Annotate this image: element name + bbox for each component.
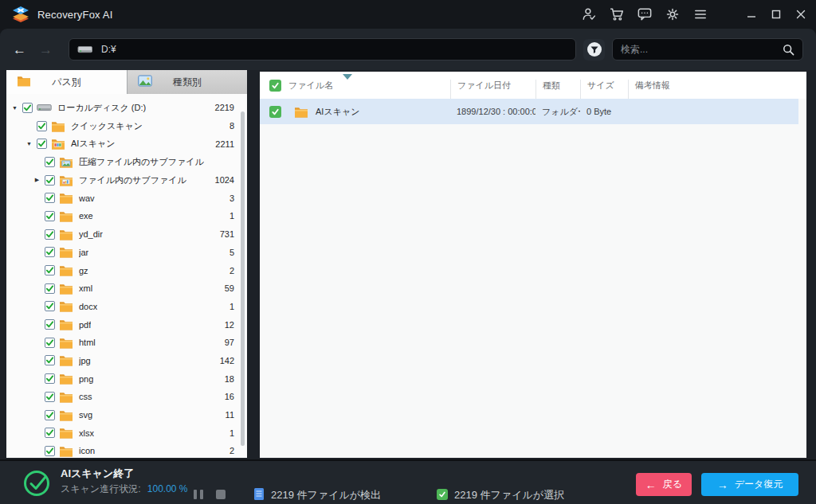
tree-row[interactable]: xlsx 1 bbox=[6, 424, 247, 442]
recover-button-label: データ復元 bbox=[735, 478, 783, 491]
tree-item-count: 142 bbox=[220, 356, 234, 365]
back-arrow-icon[interactable]: ← bbox=[13, 43, 26, 57]
tree-checkbox[interactable] bbox=[45, 319, 55, 330]
tab-by-path[interactable]: パス別 bbox=[6, 70, 127, 94]
tree-item-count: 2 bbox=[230, 266, 234, 275]
tree-checkbox[interactable] bbox=[45, 247, 55, 257]
title-bar: RecoveryFox AI bbox=[0, 0, 816, 29]
tree-checkbox[interactable] bbox=[45, 355, 55, 365]
column-header-note[interactable]: 備考情報 bbox=[628, 80, 806, 99]
tree-expander-icon[interactable]: ▼ bbox=[24, 141, 34, 147]
app-logo-icon bbox=[11, 5, 30, 24]
pause-icon[interactable] bbox=[194, 490, 203, 499]
column-header-size[interactable]: サイズ bbox=[580, 80, 628, 99]
search-input[interactable] bbox=[621, 44, 783, 55]
cart-icon[interactable] bbox=[610, 7, 624, 21]
tab-by-type[interactable]: 種類別 bbox=[127, 70, 247, 94]
tree-checkbox[interactable] bbox=[37, 139, 47, 149]
filter-button[interactable] bbox=[583, 39, 605, 61]
tree-expander-icon[interactable]: ▼ bbox=[10, 105, 20, 111]
recover-button-arrow-icon: → bbox=[717, 479, 728, 490]
close-icon[interactable] bbox=[795, 9, 806, 20]
tree-checkbox[interactable] bbox=[45, 229, 55, 240]
tree-checkbox[interactable] bbox=[45, 410, 55, 420]
table-row[interactable]: AIスキャン 1899/12/30 : 00:00:00 フォルダー 0 Byt… bbox=[260, 99, 798, 124]
tree-folder-icon bbox=[59, 391, 73, 403]
tree-checkbox[interactable] bbox=[45, 373, 55, 384]
chat-icon[interactable] bbox=[638, 7, 652, 21]
tree-item-label: html bbox=[79, 338, 96, 347]
path-field[interactable]: D:¥ bbox=[69, 38, 576, 61]
tree-row[interactable]: クイックスキャン 8 bbox=[6, 117, 247, 135]
detected-files-icon bbox=[253, 487, 265, 501]
tree-row[interactable]: yd_dir 731 bbox=[6, 225, 247, 244]
tree-folder-icon bbox=[59, 337, 73, 349]
column-header-filename[interactable]: ファイル名 bbox=[260, 80, 450, 99]
tree-row[interactable]: icon 2 bbox=[6, 442, 247, 458]
sidebar-tabs: パス別 種類別 bbox=[6, 70, 247, 94]
tree-row[interactable]: xml 59 bbox=[6, 279, 247, 298]
tree-row[interactable]: ▼ ローカルディスク (D:) 2219 bbox=[6, 99, 247, 117]
tree-item-count: 1 bbox=[230, 302, 234, 311]
back-button[interactable]: ← 戻る bbox=[636, 473, 692, 496]
data-recovery-button[interactable]: → データ復元 bbox=[701, 473, 798, 496]
tree-row[interactable]: docx 1 bbox=[6, 298, 247, 316]
tree-row[interactable]: wav 3 bbox=[6, 189, 247, 207]
tree-item-label: jpg bbox=[79, 356, 91, 365]
minimize-icon[interactable] bbox=[746, 9, 757, 20]
tree-checkbox[interactable] bbox=[45, 193, 55, 203]
tree-checkbox[interactable] bbox=[22, 103, 33, 113]
tree-folder-icon bbox=[59, 373, 73, 385]
maximize-icon[interactable] bbox=[771, 9, 782, 20]
tree-checkbox[interactable] bbox=[45, 211, 55, 221]
menu-icon[interactable] bbox=[693, 7, 708, 21]
tree-row[interactable]: html 97 bbox=[6, 334, 247, 352]
tree-checkbox[interactable] bbox=[45, 265, 55, 275]
tree-folder-icon bbox=[59, 409, 73, 421]
tree-item-count: 731 bbox=[220, 229, 234, 239]
tree-item-count: 97 bbox=[225, 338, 234, 347]
account-icon[interactable] bbox=[582, 7, 596, 21]
tree-checkbox[interactable] bbox=[45, 157, 55, 167]
settings-gear-icon[interactable] bbox=[665, 7, 680, 21]
tree-checkbox[interactable] bbox=[45, 446, 55, 456]
column-header-type[interactable]: 種類 bbox=[536, 80, 580, 99]
tree-checkbox[interactable] bbox=[45, 175, 55, 186]
tree-row[interactable]: jar 5 bbox=[6, 244, 247, 262]
sort-indicator-icon[interactable] bbox=[343, 74, 352, 80]
tree-item-count: 1024 bbox=[215, 175, 234, 185]
row-size: 0 Byte bbox=[580, 107, 628, 116]
tree-item-count: 12 bbox=[225, 320, 234, 330]
search-field[interactable] bbox=[612, 38, 803, 61]
tree-checkbox[interactable] bbox=[45, 338, 55, 348]
tree-folder-icon bbox=[59, 156, 73, 168]
tab-by-path-label: パス別 bbox=[52, 76, 81, 89]
tree-row[interactable]: exe 1 bbox=[6, 207, 247, 225]
tree-checkbox[interactable] bbox=[45, 428, 55, 438]
forward-arrow-icon[interactable]: → bbox=[39, 43, 53, 57]
tree-expander-icon[interactable]: ▶ bbox=[32, 177, 42, 183]
tree-row[interactable]: ▶ ファイル内のサブファイル 1024 bbox=[6, 171, 247, 189]
tree-row[interactable]: ▼ AIスキャン 2211 bbox=[6, 135, 247, 153]
tree-row[interactable]: jpg 142 bbox=[6, 352, 247, 370]
tree-row[interactable]: css 16 bbox=[6, 388, 247, 406]
tree-checkbox[interactable] bbox=[45, 283, 55, 294]
search-icon[interactable] bbox=[783, 44, 794, 56]
tree-row[interactable]: 圧縮ファイル内のサブファイル bbox=[6, 153, 247, 171]
tree-checkbox[interactable] bbox=[37, 121, 47, 131]
tree-item-label: css bbox=[79, 392, 92, 401]
tree-row[interactable]: pdf 12 bbox=[6, 315, 247, 334]
tree-row[interactable]: png 18 bbox=[6, 369, 247, 388]
sidebar-scrollbar[interactable] bbox=[241, 111, 245, 446]
tree-folder-icon bbox=[59, 264, 73, 276]
tree-checkbox[interactable] bbox=[45, 301, 55, 311]
tree-checkbox[interactable] bbox=[45, 392, 55, 402]
tree-row[interactable]: gz 2 bbox=[6, 261, 247, 279]
row-checkbox[interactable] bbox=[269, 106, 281, 118]
column-header-date[interactable]: ファイル日付 bbox=[450, 80, 536, 99]
tree-row[interactable]: svg 11 bbox=[6, 406, 247, 424]
row-filename: AIスキャン bbox=[316, 106, 359, 118]
select-all-checkbox[interactable] bbox=[269, 80, 281, 92]
selected-files-text: 2219 件ファイルが選択 bbox=[454, 488, 564, 502]
stop-icon[interactable] bbox=[216, 490, 226, 499]
